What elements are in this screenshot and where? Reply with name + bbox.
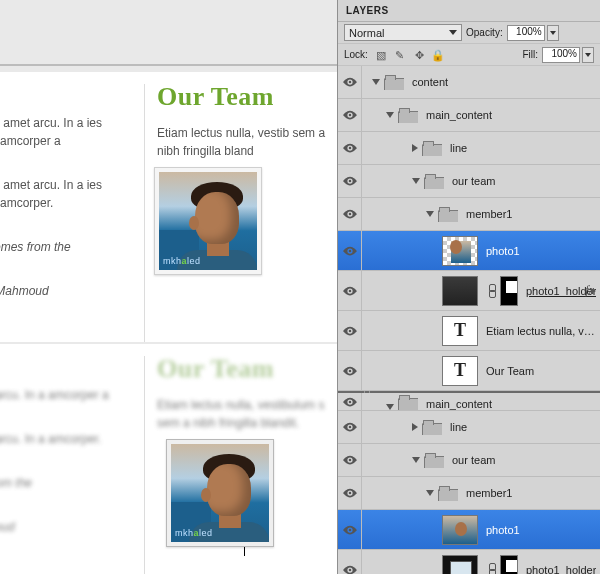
- layer-row[interactable]: photo1_holderfx: [338, 271, 600, 311]
- disclosure-triangle[interactable]: [412, 144, 418, 152]
- text-layer-icon: T: [442, 316, 478, 346]
- disclosure-triangle[interactable]: [426, 211, 434, 217]
- layers-tree: contentmain_contentlineour teammember1ph…: [338, 66, 600, 574]
- layer-name[interactable]: main_content: [426, 398, 492, 410]
- disclosure-triangle[interactable]: [386, 404, 394, 410]
- visibility-toggle[interactable]: [338, 351, 362, 390]
- visibility-toggle[interactable]: [338, 198, 362, 230]
- visibility-toggle[interactable]: [338, 231, 362, 270]
- svg-point-0: [348, 81, 350, 83]
- layer-thumbnail[interactable]: [442, 236, 478, 266]
- body-text: sit amet arcu. In a ies ullamcorper a: [0, 114, 130, 150]
- folder-icon: [424, 453, 444, 468]
- visibility-toggle[interactable]: [338, 444, 362, 476]
- watermark: mkhaled: [163, 256, 201, 266]
- layer-name[interactable]: line: [450, 421, 467, 433]
- blend-mode-dropdown[interactable]: Normal: [344, 24, 462, 41]
- mask-thumbnail[interactable]: [500, 555, 518, 575]
- svg-point-10: [348, 426, 350, 428]
- layer-name[interactable]: content: [412, 76, 448, 88]
- folder-icon: [398, 395, 418, 410]
- description: Etiam lectus nulla, vestib sem a nibh fr…: [157, 124, 331, 160]
- folder-icon: [422, 420, 442, 435]
- layer-name[interactable]: our team: [452, 175, 495, 187]
- disclosure-triangle[interactable]: [412, 423, 418, 431]
- watermark: mkhaled: [175, 528, 213, 538]
- layer-row[interactable]: member1: [338, 198, 600, 231]
- layer-thumbnail[interactable]: [442, 276, 478, 306]
- svg-point-11: [348, 459, 350, 461]
- layer-row[interactable]: member1: [338, 477, 600, 510]
- layer-row[interactable]: content: [338, 66, 600, 99]
- visibility-toggle[interactable]: [338, 311, 362, 350]
- visibility-toggle[interactable]: [338, 132, 362, 164]
- layer-name[interactable]: member1: [466, 487, 512, 499]
- visibility-toggle[interactable]: [338, 66, 362, 98]
- svg-point-3: [348, 180, 350, 182]
- visibility-toggle[interactable]: [338, 550, 362, 574]
- layer-row[interactable]: photo1: [338, 510, 600, 550]
- left-column-blur: t arcu. In a amcorper a t arcu. In a amc…: [0, 344, 138, 574]
- svg-point-5: [348, 249, 350, 251]
- document-top: sit amet arcu. In a ies ullamcorper a si…: [0, 0, 337, 364]
- callout-tick: [244, 546, 245, 556]
- layer-name[interactable]: photo1: [486, 245, 520, 257]
- layer-row[interactable]: photo1: [338, 231, 600, 271]
- link-icon[interactable]: [487, 563, 497, 575]
- body-text: t arcu. In a amcorper.: [0, 430, 130, 448]
- layers-tab[interactable]: LAYERS: [338, 0, 600, 22]
- opacity-input[interactable]: 100%: [507, 25, 545, 41]
- visibility-toggle[interactable]: [338, 165, 362, 197]
- member-photo: mkhaled: [171, 444, 269, 542]
- layer-name[interactable]: our team: [452, 454, 495, 466]
- mask-thumbnail[interactable]: [500, 276, 518, 306]
- visibility-toggle[interactable]: [338, 411, 362, 443]
- layer-row[interactable]: our team: [338, 165, 600, 198]
- lock-icons[interactable]: ▧ ✎ ✥ 🔒: [372, 48, 445, 62]
- layer-name[interactable]: member1: [466, 208, 512, 220]
- heading-our-team: Our Team: [157, 82, 331, 112]
- layer-row[interactable]: TEtiam lectus nulla, vestibulum v...: [338, 311, 600, 351]
- layer-thumbnail[interactable]: [442, 555, 478, 575]
- svg-point-4: [348, 213, 350, 215]
- disclosure-triangle[interactable]: [412, 457, 420, 463]
- layer-name[interactable]: photo1: [486, 524, 520, 536]
- opacity-flyout[interactable]: [547, 25, 559, 41]
- disclosure-triangle[interactable]: [412, 178, 420, 184]
- lock-fill-row: Lock: ▧ ✎ ✥ 🔒 Fill: 100%: [338, 44, 600, 66]
- layer-row[interactable]: line: [338, 132, 600, 165]
- disclosure-triangle[interactable]: [372, 79, 380, 85]
- body-text: t arcu. In a amcorper a: [0, 386, 130, 404]
- layer-name[interactable]: Etiam lectus nulla, vestibulum v...: [486, 325, 600, 337]
- visibility-toggle[interactable]: [338, 477, 362, 509]
- link-icon[interactable]: [487, 284, 497, 298]
- layer-row[interactable]: TOur Team: [338, 351, 600, 391]
- layer-row[interactable]: line: [338, 411, 600, 444]
- layer-name[interactable]: main_content: [426, 109, 492, 121]
- disclosure-triangle[interactable]: [426, 490, 434, 496]
- layer-row[interactable]: main_content: [338, 393, 600, 411]
- layer-row[interactable]: main_content: [338, 99, 600, 132]
- blend-opacity-row: Normal Opacity: 100%: [338, 22, 600, 44]
- layer-name[interactable]: line: [450, 142, 467, 154]
- document-bottom: t arcu. In a amcorper a t arcu. In a amc…: [0, 364, 337, 574]
- folder-icon: [438, 486, 458, 501]
- layer-row[interactable]: photo1_holder: [338, 550, 600, 574]
- fill-flyout[interactable]: [582, 47, 594, 63]
- right-column: Our Team Etiam lectus nulla, vestibulum …: [157, 344, 337, 574]
- visibility-toggle[interactable]: [338, 271, 362, 310]
- visibility-toggle[interactable]: [338, 510, 362, 549]
- visibility-toggle[interactable]: [338, 393, 362, 410]
- layer-thumbnail[interactable]: [442, 515, 478, 545]
- layer-name[interactable]: photo1_holder: [526, 564, 596, 575]
- fill-input[interactable]: 100%: [542, 47, 580, 63]
- opacity-label: Opacity:: [466, 27, 503, 38]
- layer-row[interactable]: our team: [338, 444, 600, 477]
- fx-disclosure[interactable]: [591, 288, 596, 294]
- visibility-toggle[interactable]: [338, 99, 362, 131]
- layer-name[interactable]: Our Team: [486, 365, 534, 377]
- body-text: sit amet arcu. In a ies ullamcorper.: [0, 176, 130, 212]
- lock-transparency-icon: ▧: [374, 48, 388, 62]
- disclosure-triangle[interactable]: [386, 112, 394, 118]
- fill-label: Fill:: [522, 49, 538, 60]
